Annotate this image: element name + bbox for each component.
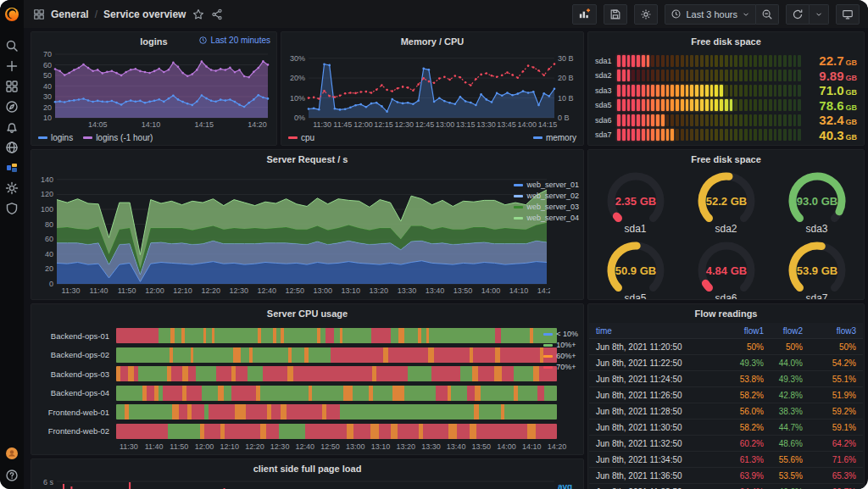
table-row: Jun 8th, 2021 11:20:50 50% 50% 50%: [589, 339, 863, 355]
svg-text:14:20: 14:20: [537, 286, 550, 295]
panel-title[interactable]: Server CPU usage: [31, 304, 583, 322]
page-load-chart[interactable]: 6 savg: [35, 477, 580, 489]
svg-text:13:15: 13:15: [456, 120, 476, 129]
disk-row[interactable]: sda2 9.89GB: [595, 69, 857, 84]
add-panel-button[interactable]: [572, 4, 597, 25]
help-icon[interactable]: [5, 469, 19, 482]
gauge[interactable]: 53.9 GB sda7: [771, 240, 862, 300]
zoom-out-button[interactable]: [756, 4, 779, 25]
refresh-interval-dropdown[interactable]: [810, 4, 829, 25]
timeline-row[interactable]: [116, 424, 557, 439]
svg-text:30%: 30%: [290, 54, 305, 63]
svg-text:0: 0: [49, 280, 53, 288]
timeline-row-label: Backend-ops-03: [38, 370, 116, 379]
svg-text:30 B: 30 B: [558, 54, 574, 63]
sidebar-bottom: [5, 447, 19, 482]
dashboard-settings-button[interactable]: [634, 4, 658, 25]
server-admin-shield-icon[interactable]: [5, 202, 19, 215]
breadcrumb-dashboard-title[interactable]: Service overview: [103, 8, 186, 20]
search-icon[interactable]: [5, 39, 19, 53]
explore-compass-icon[interactable]: [5, 100, 19, 114]
svg-text:20: 20: [45, 264, 53, 273]
svg-text:30: 30: [43, 92, 52, 101]
svg-text:20: 20: [43, 103, 52, 112]
svg-text:13:45: 13:45: [497, 120, 516, 129]
timeline-row[interactable]: [116, 347, 557, 363]
timeline-row[interactable]: [116, 386, 557, 401]
table-header[interactable]: timeflow1flow2flow3: [589, 323, 863, 339]
legend-item[interactable]: logins (-1 hour): [83, 133, 153, 142]
legend-item[interactable]: 10%+: [543, 341, 578, 349]
disk-row[interactable]: sda1 22.7GB: [595, 53, 857, 69]
legend-item[interactable]: web_server_01: [514, 181, 579, 189]
disk-gauges[interactable]: 2.35 GB sda1 52.2 GB sda2 93.0 GB sda3 5…: [590, 170, 862, 300]
svg-text:11:30: 11:30: [62, 286, 81, 295]
dashboards-grid-icon[interactable]: [5, 80, 19, 93]
gauge[interactable]: 2.35 GB sda1: [590, 170, 681, 235]
sidebar: [0, 0, 24, 489]
legend-item[interactable]: logins: [38, 133, 73, 142]
panel-title[interactable]: Free disk space: [588, 150, 864, 168]
timeline-row[interactable]: [116, 404, 557, 420]
legend-item[interactable]: cpu: [288, 133, 314, 142]
svg-text:13:10: 13:10: [342, 286, 361, 295]
memory-cpu-chart[interactable]: 0%10%20%30%0 B10 B20 B30 B11:3011:4512:0…: [285, 51, 580, 130]
svg-text:12:45: 12:45: [415, 120, 435, 129]
globe-icon[interactable]: [5, 141, 19, 154]
svg-text:11:45: 11:45: [333, 120, 352, 129]
legend-item[interactable]: web_server_02: [514, 192, 579, 200]
panel-title[interactable]: Server Request / s: [31, 150, 583, 168]
time-range-picker[interactable]: Last 3 hours: [665, 4, 756, 25]
svg-text:14:10: 14:10: [142, 120, 161, 129]
configuration-gear-icon[interactable]: [5, 181, 19, 195]
disk-row[interactable]: sda7 40.3GB: [595, 128, 857, 143]
user-avatar[interactable]: [5, 447, 19, 460]
panel-title[interactable]: Memory / CPU: [281, 32, 583, 50]
panel-page-load: client side full page load 6 savg: [31, 458, 584, 489]
svg-text:70: 70: [43, 51, 52, 58]
cpu-usage-timeline[interactable]: Backend-ops-01Backend-ops-02Backend-ops-…: [38, 328, 580, 453]
breadcrumb-folder[interactable]: General: [51, 8, 89, 20]
legend-item[interactable]: < 10%: [543, 330, 578, 338]
svg-text:40: 40: [43, 82, 52, 91]
legend-item[interactable]: memory: [533, 133, 576, 142]
plugin-app-icon[interactable]: [5, 161, 19, 175]
disk-row[interactable]: sda3 71.0GB: [595, 83, 857, 98]
svg-text:100: 100: [41, 205, 53, 214]
svg-text:14:20: 14:20: [248, 120, 267, 129]
disk-row[interactable]: sda6 32.4GB: [595, 113, 857, 128]
server-requests-chart[interactable]: 02040608010012014011:3011:4011:5012:0012…: [35, 169, 550, 296]
gauge[interactable]: 4.84 GB sda6: [681, 240, 771, 300]
create-plus-icon[interactable]: [5, 59, 19, 73]
grafana-logo-icon[interactable]: [3, 5, 21, 24]
save-dashboard-button[interactable]: [604, 4, 627, 25]
gauge[interactable]: 52.2 GB sda2: [681, 170, 771, 235]
panel-title[interactable]: Free disk space: [588, 32, 864, 50]
svg-text:10 B: 10 B: [558, 94, 574, 103]
legend-item[interactable]: web_server_04: [514, 214, 579, 222]
panel-free-disk-gauges: Free disk space 2.35 GB sda1 52.2 GB sda…: [587, 149, 865, 300]
refresh-button[interactable]: [786, 4, 810, 25]
panel-title[interactable]: Flow readings: [588, 304, 864, 322]
panel-time-override-link[interactable]: Last 20 minutes: [198, 36, 270, 45]
panel-title[interactable]: client side full page load: [31, 459, 583, 477]
legend-item[interactable]: 70%+: [543, 363, 578, 371]
star-icon[interactable]: [192, 8, 204, 20]
legend-item[interactable]: web_server_03: [514, 203, 579, 211]
svg-text:12:50: 12:50: [285, 286, 304, 295]
dashboard-squares-icon[interactable]: [32, 8, 45, 20]
flow-readings-table: timeflow1flow2flow3 Jun 8th, 2021 11:20:…: [589, 323, 863, 489]
logins-chart[interactable]: 1020304050607014:0514:1014:1514:20: [35, 51, 273, 130]
timeline-row[interactable]: [116, 328, 557, 343]
tv-kiosk-button[interactable]: [836, 4, 860, 25]
gauge[interactable]: 50.9 GB sda5: [590, 240, 681, 300]
share-icon[interactable]: [210, 8, 223, 20]
legend-item[interactable]: 60%+: [543, 352, 578, 360]
disk-row[interactable]: sda5 78.6GB: [595, 98, 857, 114]
gauge[interactable]: 93.0 GB sda3: [771, 170, 862, 235]
svg-text:20%: 20%: [290, 74, 305, 82]
disk-bar-gauge[interactable]: sda1 22.7GB sda2 9.89GB sda3 71.0GB sda5…: [595, 53, 857, 142]
alerting-bell-icon[interactable]: [5, 120, 19, 134]
breadcrumb: General / Service overview: [32, 8, 223, 20]
timeline-row[interactable]: [116, 366, 557, 381]
